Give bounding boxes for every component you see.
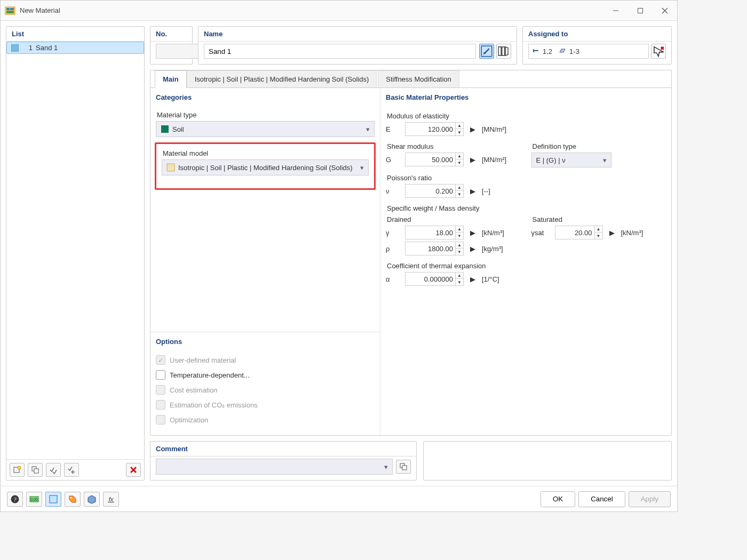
uncheck-all-button[interactable] <box>64 463 79 477</box>
check-all-button[interactable] <box>46 463 61 477</box>
ok-button[interactable]: OK <box>541 491 575 507</box>
spin-down-icon[interactable]: ▼ <box>456 233 463 239</box>
copy-comment-button[interactable] <box>396 460 411 474</box>
go-right-icon[interactable]: ▶ <box>468 242 478 255</box>
go-right-icon[interactable]: ▶ <box>468 272 478 286</box>
shear-row: G 50.000▲▼ ▶ [MN/m²] <box>386 153 521 166</box>
rho-input[interactable]: 1800.00▲▼ <box>405 242 464 255</box>
checkbox-cost-estimation <box>156 385 165 395</box>
help-button[interactable]: ? <box>7 492 23 507</box>
spin-up-icon[interactable]: ▲ <box>456 153 463 159</box>
spin-down-icon[interactable]: ▼ <box>595 233 602 239</box>
gammasat-input[interactable]: 20.00▲▼ <box>555 226 603 239</box>
svg-point-9 <box>18 466 21 469</box>
spin-down-icon[interactable]: ▼ <box>456 279 463 285</box>
tag-button[interactable] <box>65 492 81 507</box>
spin-up-icon[interactable]: ▲ <box>456 185 463 191</box>
label-optimization: Optimization <box>170 416 208 424</box>
new-item-button[interactable] <box>10 463 25 477</box>
spin-up-icon[interactable]: ▲ <box>456 226 463 233</box>
spin-up-icon[interactable]: ▲ <box>595 226 602 233</box>
tab-stiffness-modification[interactable]: Stiffness Modification <box>378 70 459 87</box>
spin-down-icon[interactable]: ▼ <box>456 159 463 166</box>
svg-text:fx: fx <box>109 496 114 502</box>
E-input[interactable]: 120.000▲▼ <box>405 122 464 136</box>
gammasat-unit: [kN/m³] <box>621 229 643 237</box>
option-co2: Estimation of CO₂ emissions <box>156 400 375 410</box>
assigned-members: 1,2 <box>543 47 552 55</box>
titlebar: New Material <box>1 1 677 21</box>
copy-item-button[interactable] <box>28 463 43 477</box>
tab-material-model[interactable]: Isotropic | Soil | Plastic | Modified Ha… <box>187 70 377 87</box>
nu-input[interactable]: 0.200▲▼ <box>405 184 464 198</box>
delete-item-button[interactable] <box>126 463 141 477</box>
spin-down-icon[interactable]: ▼ <box>456 249 463 255</box>
svg-rect-3 <box>6 11 14 13</box>
color-button[interactable] <box>45 492 61 507</box>
spin-up-icon[interactable]: ▲ <box>456 123 463 129</box>
gamma-symbol: γ <box>386 229 401 237</box>
alpha-symbol: α <box>386 275 401 283</box>
list-panel: List 1 Sand 1 <box>6 26 145 481</box>
left-column: Categories Material type Soil ▾ Material… <box>150 88 380 435</box>
edit-name-button[interactable] <box>479 44 494 59</box>
list-header: List <box>6 27 144 42</box>
option-optimization: Optimization <box>156 415 375 425</box>
units-button[interactable]: 0,00 <box>26 492 42 507</box>
checkbox-temp-dependent[interactable] <box>156 370 165 380</box>
label-user-defined: User-defined material <box>170 356 236 364</box>
go-right-icon[interactable]: ▶ <box>468 226 478 239</box>
function-button[interactable]: fx <box>103 492 119 507</box>
checkbox-co2 <box>156 400 165 410</box>
list-item-index: 1 <box>22 44 33 52</box>
cancel-button[interactable]: Cancel <box>578 491 625 507</box>
spin-up-icon[interactable]: ▲ <box>456 273 463 279</box>
pick-assigned-button[interactable] <box>651 44 666 59</box>
options-header: Options <box>156 332 375 350</box>
drained-label: Drained <box>387 215 521 223</box>
spin-down-icon[interactable]: ▼ <box>456 129 463 135</box>
gamma-unit: [kN/m³] <box>482 229 504 237</box>
minimize-button[interactable] <box>603 1 628 21</box>
go-right-icon[interactable]: ▶ <box>468 184 478 198</box>
gamma-input[interactable]: 18.00▲▼ <box>405 226 464 239</box>
material-type-select[interactable]: Soil ▾ <box>156 121 375 137</box>
assigned-panel: Assigned to 1,2 1-3 <box>522 26 672 65</box>
G-input[interactable]: 50.000▲▼ <box>405 153 464 166</box>
maximize-button[interactable] <box>628 1 653 21</box>
svg-rect-1 <box>6 8 10 10</box>
view-button[interactable] <box>84 492 100 507</box>
assigned-surfaces: 1-3 <box>569 47 579 55</box>
name-input[interactable] <box>204 44 476 59</box>
material-model-select[interactable]: Isotropic | Soil | Plastic | Modified Ha… <box>162 159 369 175</box>
option-temp-dependent[interactable]: Temperature-dependent... <box>156 370 375 380</box>
app-icon <box>5 5 15 16</box>
checkbox-optimization <box>156 415 165 425</box>
no-panel: No. <box>150 26 193 65</box>
spin-up-icon[interactable]: ▲ <box>456 242 463 249</box>
go-right-icon[interactable]: ▶ <box>468 153 478 166</box>
assigned-field[interactable]: 1,2 1-3 <box>528 44 649 59</box>
go-right-icon[interactable]: ▶ <box>468 122 478 136</box>
saturated-label: Saturated <box>533 215 666 223</box>
window-title: New Material <box>20 6 603 14</box>
svg-text:0,00: 0,00 <box>30 498 38 501</box>
list-item-sand1[interactable]: 1 Sand 1 <box>6 42 144 54</box>
library-button[interactable] <box>496 44 511 59</box>
material-model-label: Material model <box>163 149 369 157</box>
go-right-icon[interactable]: ▶ <box>607 226 617 239</box>
tab-main[interactable]: Main <box>155 70 187 88</box>
comment-select[interactable]: ▾ <box>156 459 393 475</box>
spin-down-icon[interactable]: ▼ <box>456 191 463 197</box>
alpha-input[interactable]: 0.000000▲▼ <box>405 272 464 286</box>
color-swatch-icon <box>11 44 19 52</box>
deftype-select[interactable]: E | (G) | ν ▾ <box>531 153 611 167</box>
apply-button: Apply <box>629 491 671 507</box>
material-model-value: Isotropic | Soil | Plastic | Modified Ha… <box>175 164 360 172</box>
chevron-down-icon: ▾ <box>384 463 388 471</box>
thermal-label: Coefficient of thermal expansion <box>387 262 666 270</box>
close-button[interactable] <box>653 1 677 21</box>
gamma-row: γ 18.00▲▼ ▶ [kN/m³] <box>386 226 521 239</box>
bottom-bar: ? 0,00 fx OK Cancel Apply <box>1 486 677 511</box>
checkbox-user-defined <box>156 355 165 365</box>
